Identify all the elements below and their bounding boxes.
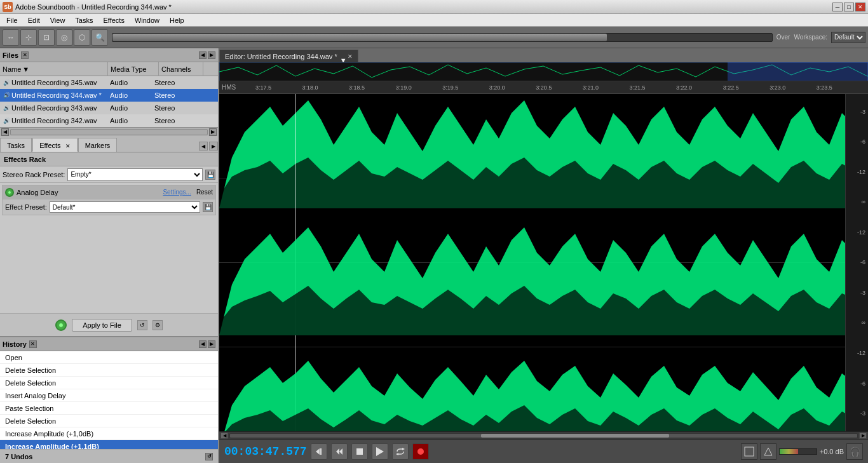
menu-file[interactable]: File xyxy=(1,14,23,27)
ruler-mark: 3:20.5 xyxy=(536,84,552,91)
menu-help[interactable]: Help xyxy=(165,14,189,27)
menu-window[interactable]: Window xyxy=(130,14,165,27)
settings-link[interactable]: Settings... xyxy=(163,189,191,196)
editor-tab-close[interactable]: ✕ xyxy=(348,50,353,63)
editor-tab-main[interactable]: Editor: Untitled Recording 344.wav * ▼ ✕ xyxy=(219,50,358,62)
db-meter xyxy=(779,448,817,455)
play-button[interactable] xyxy=(372,443,388,460)
history-list[interactable]: Open Delete Selection Delete Selection I… xyxy=(0,351,218,449)
progress-bar xyxy=(112,33,773,42)
svg-marker-18 xyxy=(339,448,342,455)
history-item[interactable]: Paste Selection xyxy=(0,402,218,415)
effect-power-btn[interactable] xyxy=(5,188,14,197)
scroll-thumb[interactable] xyxy=(481,434,669,438)
file-row[interactable]: 🔊 Untitled Recording 343.wav Audio Stere… xyxy=(0,102,218,114)
horizontal-scrollbar[interactable] xyxy=(10,129,208,135)
files-panel-close[interactable]: ✕ xyxy=(21,51,29,59)
ruler-mark: 3:22.5 xyxy=(723,84,739,91)
menu-view[interactable]: View xyxy=(45,14,71,27)
reset-link[interactable]: Reset xyxy=(196,189,213,196)
scroll-right[interactable]: ▶ xyxy=(209,128,217,136)
history-item[interactable]: Open xyxy=(0,351,218,364)
panel-menu-btn[interactable]: ◀ xyxy=(199,142,208,151)
tool-polygon[interactable]: ⬡ xyxy=(74,29,90,46)
apply-power-btn[interactable] xyxy=(55,319,67,331)
db-label: -3 xyxy=(846,410,868,417)
history-expand-btn[interactable]: ▶ xyxy=(208,340,215,348)
refresh-btn[interactable]: ↺ xyxy=(137,320,147,330)
tab-dropdown-arrow[interactable]: ▼ xyxy=(340,54,345,59)
files-panel-menu[interactable]: ◀ xyxy=(199,51,207,59)
record-button[interactable] xyxy=(412,443,429,460)
waveform-scrollbar[interactable]: ◀ ▶ xyxy=(219,431,868,439)
history-item[interactable]: Delete Selection xyxy=(0,415,218,427)
tab-tasks[interactable]: Tasks xyxy=(0,138,32,152)
transport-right: +0.0 dB 🎧 xyxy=(741,443,863,460)
menu-tasks[interactable]: Tasks xyxy=(70,14,98,27)
tab-effects[interactable]: Effects ✕ xyxy=(32,138,78,152)
files-panel: Files ✕ ◀ ▶ Name ▼ Media Type Channels xyxy=(0,48,218,136)
tool-marquee[interactable]: ⊡ xyxy=(38,29,55,46)
menu-edit[interactable]: Edit xyxy=(23,14,45,27)
maximize-button[interactable]: □ xyxy=(844,3,854,11)
workspace-select[interactable]: Default xyxy=(831,32,865,43)
scroll-left[interactable]: ◀ xyxy=(1,128,9,136)
preset-save-btn[interactable]: 💾 xyxy=(205,170,215,180)
scroll-right-btn[interactable]: ▶ xyxy=(859,433,867,439)
ruler-mark: 3:18.0 xyxy=(302,84,318,91)
svg-rect-20 xyxy=(356,448,363,455)
loop-button[interactable] xyxy=(392,443,409,460)
file-row[interactable]: 🔊 Untitled Recording 345.wav Audio Stere… xyxy=(0,76,218,89)
waveform-hscroll[interactable] xyxy=(229,433,858,438)
close-button[interactable]: ✕ xyxy=(855,3,865,11)
file-row[interactable]: 🔊 Untitled Recording 344.wav * Audio Ste… xyxy=(0,89,218,102)
waveform-main[interactable]: -3 -6 -12 ∞ -12 -6 -3 ∞ -12 -6 -3 xyxy=(219,94,868,431)
svg-marker-22 xyxy=(402,448,405,450)
waveform-overview[interactable]: // Will be drawn via JS below ↔ xyxy=(219,62,868,81)
effect-preset-save-btn[interactable]: 💾 xyxy=(203,202,213,212)
history-item[interactable]: Insert Analog Delay xyxy=(0,389,218,402)
waveform-svg xyxy=(219,94,845,431)
history-panel-close[interactable]: ✕ xyxy=(29,340,37,348)
ruler-mark: 3:23.5 xyxy=(817,84,832,91)
menu-effects[interactable]: Effects xyxy=(98,14,129,27)
view-btn-1[interactable] xyxy=(741,443,757,460)
toolbar: ↔ ⊹ ⊡ ◎ ⬡ 🔍 Over Workspace: Default xyxy=(0,27,868,48)
effects-panel: Effects Rack Stereo Rack Preset: Empty* … xyxy=(0,152,218,336)
preset-select[interactable]: Empty* xyxy=(67,168,203,181)
history-reset-btn[interactable]: ↺ xyxy=(205,453,213,460)
progress-fill xyxy=(112,34,607,41)
ruler-mark: 3:21.0 xyxy=(583,84,599,91)
tab-effects-close[interactable]: ✕ xyxy=(65,143,71,149)
tool-select[interactable]: ⊹ xyxy=(20,29,37,46)
file-row[interactable]: 🔊 Untitled Recording 342.wav Audio Stere… xyxy=(0,114,218,127)
history-item-selected[interactable]: Increase Amplitude (+1,1dB) xyxy=(0,440,218,449)
svg-marker-16 xyxy=(316,448,320,455)
tab-markers[interactable]: Markers xyxy=(78,138,118,152)
scroll-left-btn[interactable]: ◀ xyxy=(220,433,228,439)
effect-preset-row: Effect Preset: Default* 💾 xyxy=(3,199,215,215)
tool-lasso[interactable]: ◎ xyxy=(56,29,72,46)
col-media-type[interactable]: Media Type xyxy=(108,62,159,76)
history-item[interactable]: Delete Selection xyxy=(0,364,218,377)
waveform-canvas[interactable] xyxy=(219,94,845,431)
col-name[interactable]: Name ▼ xyxy=(0,62,108,76)
tool-zoom[interactable]: 🔍 xyxy=(92,29,108,46)
effect-preset-select[interactable]: Default* xyxy=(50,201,200,213)
go-to-start-button[interactable] xyxy=(311,443,327,460)
panel-expand-btn[interactable]: ▶ xyxy=(209,142,218,151)
history-header: History ✕ ◀ ▶ xyxy=(0,337,218,351)
col-channels[interactable]: Channels xyxy=(159,62,203,76)
history-menu-btn[interactable]: ◀ xyxy=(199,340,207,348)
step-back-button[interactable] xyxy=(331,443,348,460)
stop-button[interactable] xyxy=(351,443,368,460)
headphone-button[interactable]: 🎧 xyxy=(846,443,863,460)
settings-btn[interactable]: ⚙ xyxy=(153,320,163,330)
view-btn-2[interactable] xyxy=(760,443,776,460)
minimize-button[interactable]: ─ xyxy=(832,3,843,11)
apply-to-file-button[interactable]: Apply to File xyxy=(72,319,132,332)
tool-move[interactable]: ↔ xyxy=(3,29,19,46)
files-panel-expand[interactable]: ▶ xyxy=(208,51,215,59)
history-item[interactable]: Increase Amplitude (+1,0dB) xyxy=(0,427,218,440)
history-item[interactable]: Delete Selection xyxy=(0,377,218,389)
